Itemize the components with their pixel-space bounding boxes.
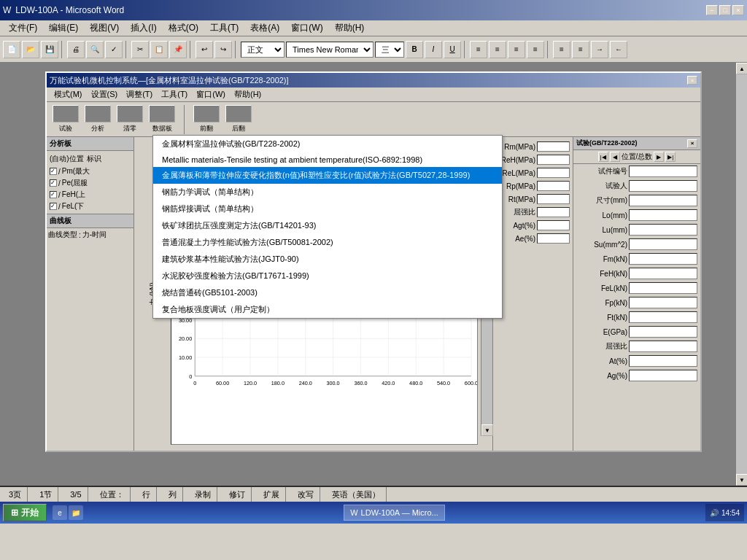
- field-fp-input[interactable]: [629, 297, 697, 308]
- dropdown-item-1[interactable]: Metallic materials-Tensile testing at am…: [153, 152, 502, 167]
- field-tester-input[interactable]: [629, 180, 697, 192]
- preview-button[interactable]: 🔍: [86, 41, 104, 58]
- curve-type-value: 力-时间: [82, 230, 107, 240]
- cut-button[interactable]: ✂: [131, 41, 149, 58]
- nav-last-button[interactable]: ▶|: [665, 152, 676, 162]
- fontsize-combo[interactable]: 三号: [375, 42, 404, 58]
- menu-view[interactable]: 视图(V): [84, 20, 125, 36]
- open-button[interactable]: 📂: [22, 41, 39, 58]
- outdent-button[interactable]: ←: [610, 41, 627, 58]
- paste-button[interactable]: 📌: [169, 41, 187, 58]
- nav-next-button[interactable]: ▶: [654, 152, 664, 162]
- dropdown-item-4[interactable]: 钢筋焊接调试（简单结构）: [153, 201, 502, 217]
- field-at-input[interactable]: [629, 355, 697, 367]
- field-e-input[interactable]: [629, 326, 697, 338]
- field-su-input[interactable]: [629, 238, 697, 250]
- indent-button[interactable]: →: [591, 41, 608, 58]
- curve-title: 曲线板: [47, 214, 133, 228]
- app-menu-help[interactable]: 帮助(H): [230, 88, 266, 101]
- field-fel-input[interactable]: [629, 282, 697, 294]
- checkbox-4[interactable]: [50, 203, 57, 210]
- font-combo[interactable]: Times New Roman: [286, 42, 374, 58]
- underline-button[interactable]: U: [444, 41, 461, 58]
- field-qiangbi-input[interactable]: [629, 341, 697, 352]
- dropdown-item-3[interactable]: 钢筋力学调试（简单结构）: [153, 184, 502, 201]
- menu-edit[interactable]: 编辑(E): [43, 20, 84, 36]
- field-ag-input[interactable]: [629, 370, 697, 381]
- dropdown-item-0[interactable]: 金属材料室温拉伸试验(GB/T228-2002): [153, 136, 502, 152]
- save-button[interactable]: 💾: [41, 41, 58, 58]
- rel-input[interactable]: [537, 168, 570, 178]
- nav-first-button[interactable]: |◀: [598, 152, 608, 162]
- status-mode3: 扩展: [258, 487, 286, 502]
- word-scroll-down-button[interactable]: ▼: [736, 474, 747, 486]
- new-button[interactable]: 📄: [3, 41, 20, 58]
- italic-button[interactable]: I: [425, 41, 442, 58]
- app-menu-window[interactable]: 窗口(W): [192, 88, 230, 101]
- menu-format[interactable]: 格式(O): [163, 20, 204, 36]
- style-combo[interactable]: 正文: [241, 42, 285, 58]
- checkbox-2[interactable]: [50, 179, 57, 187]
- field-fm-input[interactable]: [629, 253, 697, 265]
- menu-tools[interactable]: 工具(T): [204, 20, 244, 36]
- status-page: 3页: [3, 487, 28, 502]
- svg-text:300.0: 300.0: [327, 380, 340, 386]
- maximize-button[interactable]: □: [719, 5, 731, 15]
- print-button[interactable]: 🖨: [67, 41, 85, 58]
- dropdown-item-6[interactable]: 普通混凝土力学性能试验方法(GB/T50081-2002): [153, 234, 502, 251]
- app-menu-adjust[interactable]: 调整(T): [122, 88, 157, 101]
- numbering-button[interactable]: ≡: [553, 41, 570, 58]
- copy-button[interactable]: 📋: [150, 41, 168, 58]
- app-close-button[interactable]: ×: [687, 76, 697, 85]
- field-specimen-id-input[interactable]: [629, 166, 697, 177]
- minimize-button[interactable]: −: [706, 5, 718, 15]
- right-panel-close-button[interactable]: ×: [687, 139, 697, 148]
- app-menu-settings[interactable]: 设置(S): [87, 88, 123, 101]
- field-feh-input[interactable]: [629, 268, 697, 279]
- rp-input[interactable]: [537, 181, 570, 191]
- close-button[interactable]: ×: [732, 5, 744, 15]
- redo-button[interactable]: ↪: [214, 41, 232, 58]
- app-menu-tools[interactable]: 工具(T): [157, 88, 192, 101]
- dropdown-item-10[interactable]: 复合地板强度调试（用户定制）: [153, 301, 502, 318]
- menu-table[interactable]: 表格(A): [244, 20, 285, 36]
- align-left-button[interactable]: ≡: [470, 41, 487, 58]
- dropdown-item-9[interactable]: 烧结普通砖(GB5101-2003): [153, 284, 502, 301]
- field-size-input[interactable]: [629, 195, 697, 206]
- bold-button[interactable]: B: [406, 41, 423, 58]
- bullets-button[interactable]: ≡: [572, 41, 589, 58]
- reh-input[interactable]: [537, 155, 570, 165]
- field-lu-input[interactable]: [629, 224, 697, 236]
- quicklaunch-ie-icon[interactable]: e: [53, 505, 67, 520]
- app-menu-mode[interactable]: 模式(M): [50, 88, 87, 101]
- rt-input[interactable]: [537, 194, 570, 204]
- taskbar-app-item[interactable]: W LDW-100A — Micro...: [344, 505, 445, 521]
- dropdown-item-2[interactable]: 金属薄板和薄带拉伸应变硬化指数(n值)和塑性应变比(r值)试验方法(GB/T50…: [153, 167, 502, 184]
- checkbox-3[interactable]: [50, 191, 57, 198]
- menu-insert[interactable]: 插入(I): [125, 20, 162, 36]
- menu-help[interactable]: 帮助(H): [329, 20, 371, 36]
- align-right-button[interactable]: ≡: [508, 41, 525, 58]
- qiangbi-input[interactable]: [537, 207, 570, 217]
- dropdown-item-8[interactable]: 水泥胶砂强度检验方法(GB/T17671-1999): [153, 268, 502, 284]
- spell-button[interactable]: ✓: [105, 41, 123, 58]
- menu-window[interactable]: 窗口(W): [285, 20, 328, 36]
- nav-prev-button[interactable]: ◀: [610, 152, 620, 162]
- quicklaunch-folder-icon[interactable]: 📁: [69, 505, 83, 520]
- undo-button[interactable]: ↩: [196, 41, 213, 58]
- ae-input[interactable]: [537, 233, 570, 244]
- field-ft-input[interactable]: [629, 311, 697, 323]
- start-button[interactable]: ⊞ 开始: [3, 504, 47, 521]
- dropdown-item-7[interactable]: 建筑砂浆基本性能试验方法(JGJT0-90): [153, 251, 502, 268]
- dropdown-item-5[interactable]: 铁矿球团抗压强度测定方法(GB/T14201-93): [153, 217, 502, 234]
- rm-input[interactable]: [537, 141, 570, 152]
- align-center-button[interactable]: ≡: [489, 41, 506, 58]
- word-scroll-up-button[interactable]: ▲: [736, 63, 747, 74]
- field-lo-input[interactable]: [629, 209, 697, 221]
- svg-text:60.00: 60.00: [216, 380, 229, 386]
- justify-button[interactable]: ≡: [527, 41, 544, 58]
- checkbox-1[interactable]: [50, 168, 57, 175]
- scroll-down-button[interactable]: ▼: [481, 424, 493, 436]
- agt-input[interactable]: [537, 220, 570, 230]
- menu-file[interactable]: 文件(F): [3, 20, 43, 36]
